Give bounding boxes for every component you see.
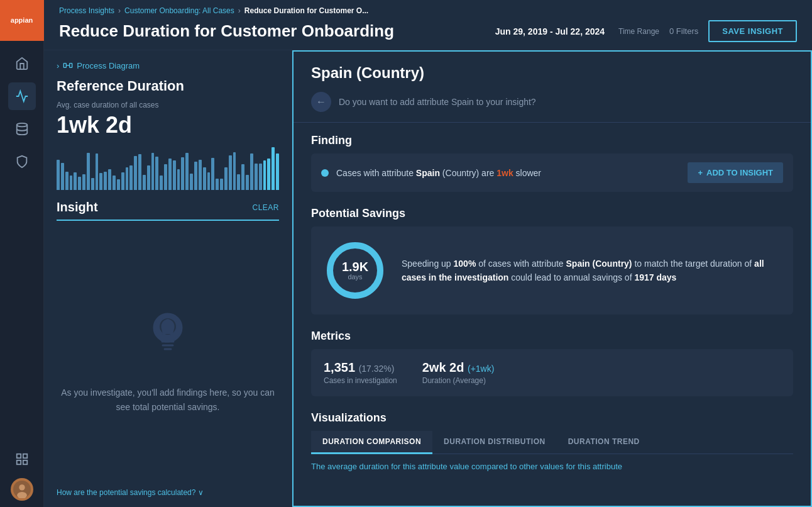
mini-bar-44 xyxy=(246,175,249,190)
mini-bar-17 xyxy=(129,165,133,190)
grid-nav-icon[interactable] xyxy=(8,445,36,473)
breadcrumb-sep-1: › xyxy=(118,6,121,15)
finding-section-title: Finding xyxy=(294,123,811,153)
breadcrumb: Process Insights › Customer Onboarding: … xyxy=(59,6,797,15)
clear-button[interactable]: CLEAR xyxy=(252,203,279,212)
mini-bar-36 xyxy=(211,158,214,190)
mini-bar-35 xyxy=(207,172,211,190)
mini-bar-6 xyxy=(82,174,85,190)
page-header: Process Insights › Customer Onboarding: … xyxy=(44,0,812,50)
database-nav-icon[interactable] xyxy=(8,115,36,143)
left-panel: › Process Diagram Reference Duration Avg… xyxy=(44,50,292,507)
svg-rect-9 xyxy=(70,64,72,68)
viz-section-title: Visualizations xyxy=(294,400,811,431)
breadcrumb-customer-onboarding[interactable]: Customer Onboarding: All Cases xyxy=(124,6,234,15)
mini-bar-24 xyxy=(160,176,163,190)
spain-panel-title: Spain (Country) xyxy=(311,64,793,82)
diagram-icon xyxy=(63,60,73,70)
viz-bottom-text: The average duration for this attribute … xyxy=(294,454,811,479)
mini-bar-20 xyxy=(143,175,146,190)
mini-bar-27 xyxy=(173,160,176,190)
spain-detail-panel: Spain (Country) ← Do you want to add att… xyxy=(292,50,812,507)
tab-duration-trend[interactable]: DURATION TREND xyxy=(557,431,651,454)
avg-label: Avg. case duration of all cases xyxy=(57,101,279,109)
filters-label: 0 Filters xyxy=(669,26,698,36)
content-area: › Process Diagram Reference Duration Avg… xyxy=(44,50,812,507)
mini-bar-38 xyxy=(220,179,223,190)
save-insight-button[interactable]: SAVE INSIGHT xyxy=(708,20,797,42)
spain-panel-header: Spain (Country) ← Do you want to add att… xyxy=(294,52,811,123)
add-insight-label: ADD TO INSIGHT xyxy=(706,168,773,177)
mini-bar-37 xyxy=(216,179,219,190)
metric-cases-pct: (17.32%) xyxy=(359,364,395,374)
insight-empty-text: As you investigate, you'll add findings … xyxy=(57,386,279,414)
mini-bar-14 xyxy=(117,179,120,190)
mini-bar-15 xyxy=(121,172,124,190)
mini-bar-11 xyxy=(104,172,107,190)
process-diagram-label: Process Diagram xyxy=(77,61,140,70)
finding-dot xyxy=(321,169,329,177)
mini-bar-34 xyxy=(203,167,206,190)
mini-bar-31 xyxy=(190,174,193,190)
page-title: Reduce Duration for Customer Onboarding xyxy=(59,21,394,41)
shield-nav-icon[interactable] xyxy=(8,148,36,176)
how-calculated-text: How are the potential savings calculated… xyxy=(57,488,195,497)
add-to-insight-button[interactable]: + ADD TO INSIGHT xyxy=(688,162,783,183)
how-calculated-link[interactable]: How are the potential savings calculated… xyxy=(57,488,279,497)
mini-bar-41 xyxy=(233,152,236,190)
chevron-right-icon: › xyxy=(57,61,59,70)
mini-bar-1 xyxy=(61,163,64,191)
breadcrumb-process-insights[interactable]: Process Insights xyxy=(59,6,114,15)
svg-rect-1 xyxy=(16,454,20,458)
user-avatar[interactable] xyxy=(11,478,33,501)
metrics-section-title: Metrics xyxy=(294,318,811,349)
mini-bar-51 xyxy=(276,153,279,190)
breadcrumb-sep-2: › xyxy=(238,6,241,15)
sidebar-bottom xyxy=(8,443,36,507)
mini-bar-4 xyxy=(74,172,77,190)
savings-section-title: Potential Savings xyxy=(294,196,811,226)
svg-rect-8 xyxy=(64,64,67,68)
plus-icon: + xyxy=(698,168,703,177)
svg-rect-3 xyxy=(16,460,20,464)
mini-bar-0 xyxy=(57,160,60,190)
insight-title: Insight xyxy=(57,200,98,214)
mini-bar-3 xyxy=(70,176,73,190)
app-logo[interactable]: appian xyxy=(0,0,44,41)
viz-tabs: DURATION COMPARISON DURATION DISTRIBUTIO… xyxy=(311,431,793,454)
mini-bar-30 xyxy=(185,153,189,190)
header-right: Jun 29, 2019 - Jul 22, 2024 Time Range 0… xyxy=(495,20,797,42)
svg-point-0 xyxy=(16,123,27,127)
lightbulb-icon xyxy=(146,308,190,376)
mini-bar-5 xyxy=(78,177,81,190)
mini-bar-33 xyxy=(199,160,202,190)
mini-bar-43 xyxy=(241,164,244,190)
analytics-nav-icon[interactable] xyxy=(8,82,36,110)
mini-bar-8 xyxy=(91,178,94,190)
mini-bar-45 xyxy=(250,153,253,190)
donut-unit: days xyxy=(342,273,368,281)
ref-duration-title: Reference Duration xyxy=(57,78,279,94)
mini-bar-23 xyxy=(155,157,158,190)
mini-bar-29 xyxy=(181,157,184,190)
metric-cases-label: Cases in investigation xyxy=(324,376,397,385)
metric-duration: 2wk 2d (+1wk) Duration (Average) xyxy=(422,360,495,385)
home-nav-icon[interactable] xyxy=(8,50,36,77)
mini-bar-12 xyxy=(108,169,111,190)
mini-bar-chart xyxy=(57,146,279,190)
mini-bar-32 xyxy=(194,162,197,190)
mini-bar-10 xyxy=(99,173,102,190)
metric-duration-label: Duration (Average) xyxy=(422,376,495,385)
svg-rect-4 xyxy=(23,460,26,464)
back-button[interactable]: ← xyxy=(311,92,331,112)
process-diagram-link[interactable]: › Process Diagram xyxy=(57,60,279,70)
savings-description: Speeding up 100% of cases with attribute… xyxy=(402,257,781,285)
mini-bar-9 xyxy=(96,153,99,190)
logo-text: appian xyxy=(11,16,33,25)
mini-bar-49 xyxy=(267,159,270,190)
tab-duration-distribution[interactable]: DURATION DISTRIBUTION xyxy=(432,431,557,454)
mini-bar-2 xyxy=(65,172,69,190)
tab-duration-comparison[interactable]: DURATION COMPARISON xyxy=(311,431,432,454)
svg-point-6 xyxy=(19,484,25,490)
mini-bar-22 xyxy=(151,153,155,190)
